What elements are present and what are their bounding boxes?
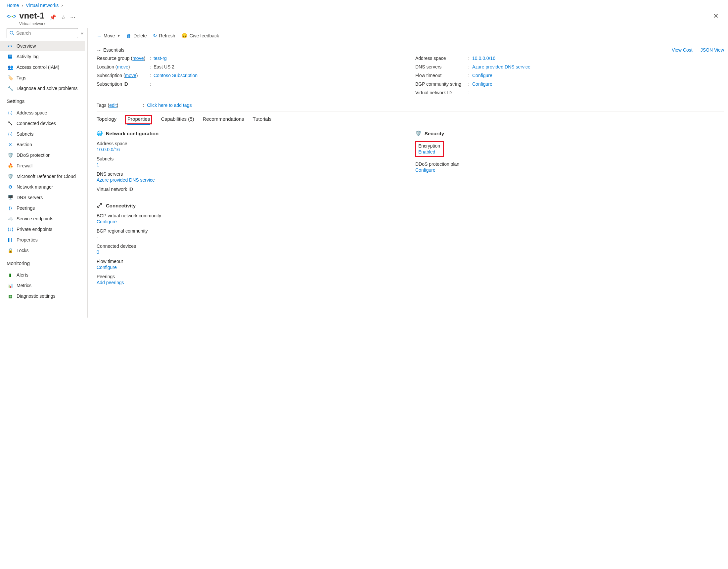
prop-encryption-label: Encryption bbox=[418, 143, 440, 149]
svg-rect-8 bbox=[9, 56, 12, 56]
sidebar-item-label: Private endpoints bbox=[17, 227, 52, 232]
sidebar-item-tags[interactable]: 🏷️ Tags bbox=[0, 72, 85, 83]
resource-group-value[interactable]: test-rg bbox=[154, 56, 405, 61]
sidebar-item-activity-log[interactable]: Activity log bbox=[0, 51, 85, 62]
sidebar-item-access-control[interactable]: 👥 Access control (IAM) bbox=[0, 62, 85, 72]
properties-icon bbox=[7, 237, 13, 243]
sidebar-item-dns-servers[interactable]: 🖥️ DNS servers bbox=[0, 192, 85, 203]
sidebar-item-metrics[interactable]: 📊 Metrics bbox=[0, 280, 85, 291]
lock-icon: 🔒 bbox=[7, 247, 13, 253]
bastion-icon: ✕ bbox=[7, 142, 13, 148]
sidebar-item-defender[interactable]: 🛡️ Microsoft Defender for Cloud bbox=[0, 171, 85, 182]
highlight-properties-tab: Properties bbox=[125, 115, 152, 124]
star-icon[interactable]: ☆ bbox=[61, 14, 66, 21]
prop-dns-value[interactable]: Azure provided DNS service bbox=[97, 177, 405, 183]
search-icon bbox=[10, 31, 14, 35]
view-cost-link[interactable]: View Cost bbox=[672, 47, 693, 53]
delete-button[interactable]: 🗑 Delete bbox=[126, 33, 147, 39]
svg-point-4 bbox=[10, 31, 13, 34]
sidebar-item-bastion[interactable]: ✕ Bastion bbox=[0, 139, 85, 150]
sidebar-item-properties[interactable]: Properties bbox=[0, 235, 85, 245]
page-title: vnet-1 bbox=[19, 11, 45, 21]
connectivity-heading: Connectivity bbox=[97, 202, 405, 208]
resource-group-label: Resource group (move) bbox=[97, 56, 150, 61]
dns-servers-label: DNS servers bbox=[415, 64, 468, 69]
move-button[interactable]: → Move ▼ bbox=[97, 33, 120, 39]
breadcrumb-home[interactable]: Home bbox=[7, 3, 19, 8]
prop-encryption-value[interactable]: Enabled bbox=[418, 149, 440, 154]
network-config-heading: 🌐 Network configuration bbox=[97, 130, 405, 136]
svg-point-17 bbox=[100, 203, 102, 205]
sidebar-item-peerings[interactable]: ⟨⟩ Peerings bbox=[0, 203, 85, 213]
sidebar-item-network-manager[interactable]: ⚙ Network manager bbox=[0, 182, 85, 192]
private-endpoints-icon: ⟨↓⟩ bbox=[7, 226, 13, 232]
prop-peer-label: Peerings bbox=[97, 274, 405, 279]
address-space-icon: ⟨·⟩ bbox=[7, 110, 13, 116]
sidebar-item-diagnose[interactable]: 🔧 Diagnose and solve problems bbox=[0, 83, 85, 94]
address-space-value[interactable]: 10.0.0.0/16 bbox=[472, 56, 724, 61]
bgp-value[interactable]: Configure bbox=[472, 81, 724, 87]
tab-tutorials[interactable]: Tutorials bbox=[253, 115, 272, 124]
sidebar-item-label: Subnets bbox=[17, 131, 33, 137]
pin-icon[interactable]: 📌 bbox=[50, 14, 56, 21]
sidebar-item-connected-devices[interactable]: Connected devices bbox=[0, 118, 85, 129]
sidebar-item-private-endpoints[interactable]: ⟨↓⟩ Private endpoints bbox=[0, 224, 85, 235]
sidebar-item-label: Locks bbox=[17, 248, 29, 253]
vnet-icon: <·> bbox=[7, 43, 13, 49]
tags-add-link[interactable]: Click here to add tags bbox=[147, 103, 724, 108]
prop-flow-value[interactable]: Configure bbox=[97, 265, 405, 270]
essentials-grid: Resource group (move) : test-rg Location… bbox=[97, 56, 724, 99]
sidebar-item-label: Diagnostic settings bbox=[17, 293, 56, 299]
essentials-heading: Essentials bbox=[103, 47, 124, 53]
prop-conn-dev-value[interactable]: 0 bbox=[97, 249, 405, 255]
prop-ddos-value[interactable]: Configure bbox=[415, 167, 724, 173]
service-endpoints-icon: ☁️ bbox=[7, 216, 13, 222]
close-icon[interactable]: ✕ bbox=[710, 11, 721, 21]
sidebar-item-address-space[interactable]: ⟨·⟩ Address space bbox=[0, 108, 85, 118]
svg-rect-14 bbox=[10, 238, 10, 242]
collapse-sidebar-icon[interactable]: « bbox=[81, 30, 83, 36]
prop-subnets-value[interactable]: 1 bbox=[97, 162, 405, 167]
json-view-link[interactable]: JSON View bbox=[701, 47, 724, 53]
tab-recommendations[interactable]: Recommendations bbox=[203, 115, 244, 124]
sidebar-item-ddos[interactable]: 🛡️ DDoS protection bbox=[0, 150, 85, 160]
vertical-divider bbox=[87, 28, 88, 318]
tags-edit-link[interactable]: edit bbox=[109, 103, 117, 108]
subscription-move-link[interactable]: move bbox=[125, 73, 136, 78]
prop-peer-value[interactable]: Add peerings bbox=[97, 280, 405, 285]
sidebar-item-label: Peerings bbox=[17, 205, 35, 211]
refresh-icon: ↻ bbox=[153, 33, 157, 39]
sidebar-item-subnets[interactable]: ⟨·⟩ Subnets bbox=[0, 129, 85, 139]
tab-capabilities[interactable]: Capabilities (5) bbox=[161, 115, 194, 124]
command-bar: → Move ▼ 🗑 Delete ↻ Refresh 😊 Give feedb… bbox=[97, 30, 724, 43]
dns-servers-value[interactable]: Azure provided DNS service bbox=[472, 64, 724, 69]
button-label: Delete bbox=[133, 33, 147, 38]
svg-rect-15 bbox=[11, 238, 12, 242]
search-input[interactable] bbox=[7, 28, 78, 38]
sidebar-item-alerts[interactable]: ▮ Alerts bbox=[0, 270, 85, 280]
prop-address-space-value[interactable]: 10.0.0.0/16 bbox=[97, 147, 405, 152]
prop-bgp-vn-value[interactable]: Configure bbox=[97, 219, 405, 224]
essentials-toggle[interactable]: ︿ Essentials bbox=[97, 47, 124, 53]
resource-group-move-link[interactable]: move bbox=[132, 56, 144, 61]
arrow-right-icon: → bbox=[97, 33, 102, 39]
sidebar-item-diagnostic-settings[interactable]: ▦ Diagnostic settings bbox=[0, 291, 85, 301]
tab-properties[interactable]: Properties bbox=[127, 115, 150, 125]
flow-timeout-value[interactable]: Configure bbox=[472, 73, 724, 78]
network-config-icon: 🌐 bbox=[97, 130, 103, 136]
sidebar-item-locks[interactable]: 🔒 Locks bbox=[0, 245, 85, 256]
tabs: Topology Properties Capabilities (5) Rec… bbox=[97, 111, 724, 124]
tab-topology[interactable]: Topology bbox=[97, 115, 116, 124]
sidebar-item-firewall[interactable]: 🔥 Firewall bbox=[0, 160, 85, 171]
location-move-link[interactable]: move bbox=[117, 64, 128, 69]
people-icon: 👥 bbox=[7, 64, 13, 70]
feedback-button[interactable]: 😊 Give feedback bbox=[181, 33, 219, 39]
button-label: Give feedback bbox=[190, 33, 219, 38]
sidebar-item-overview[interactable]: <·> Overview bbox=[0, 41, 85, 51]
refresh-button[interactable]: ↻ Refresh bbox=[153, 33, 175, 39]
subscription-value[interactable]: Contoso Subscription bbox=[154, 73, 405, 78]
search-field[interactable] bbox=[16, 30, 75, 36]
more-icon[interactable]: ⋯ bbox=[70, 14, 75, 21]
breadcrumb-vnets[interactable]: Virtual networks bbox=[26, 3, 59, 8]
sidebar-item-service-endpoints[interactable]: ☁️ Service endpoints bbox=[0, 213, 85, 224]
